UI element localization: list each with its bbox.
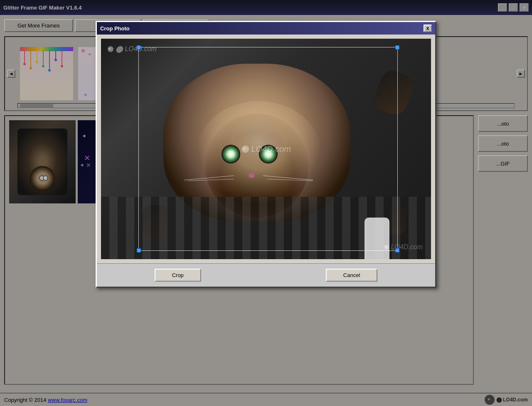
- crop-modal: Crop Photo x: [96, 21, 436, 288]
- modal-title-bar: Crop Photo x: [97, 22, 435, 35]
- crop-selection[interactable]: [138, 47, 398, 251]
- crop-button[interactable]: Crop: [155, 269, 201, 282]
- crop-handle-tr[interactable]: [395, 45, 399, 50]
- modal-overlay: Crop Photo x: [0, 0, 532, 406]
- svg-point-3: [108, 46, 113, 52]
- modal-title: Crop Photo: [100, 25, 130, 32]
- cancel-button[interactable]: Cancel: [326, 269, 377, 282]
- modal-body: ⬤ LO4D.com LO4D.com LO4D.com: [97, 35, 435, 263]
- crop-image-area[interactable]: ⬤ LO4D.com LO4D.com LO4D.com: [101, 39, 431, 259]
- svg-point-5: [109, 48, 110, 49]
- crop-handle-br[interactable]: [395, 248, 399, 253]
- crop-handle-bl[interactable]: [137, 248, 141, 253]
- crop-handle-tl[interactable]: [137, 45, 141, 50]
- modal-footer: Crop Cancel: [97, 263, 435, 287]
- modal-close-button[interactable]: x: [424, 25, 432, 32]
